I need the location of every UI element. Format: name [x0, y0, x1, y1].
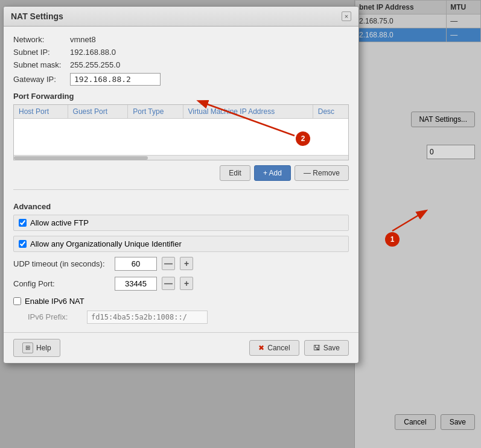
config-port-row: Config Port: — + [13, 277, 349, 291]
gateway-ip-label: Gateway IP: [13, 75, 68, 84]
allow-oui-checkbox[interactable] [19, 240, 27, 248]
badge-1: 1 [385, 232, 400, 247]
badge-1-label: 1 [390, 235, 395, 244]
edit-button[interactable]: Edit [220, 165, 250, 181]
port-forwarding-table: Host Port Guest Port Port Type Virtual M… [14, 105, 348, 155]
port-forwarding-title: Port Forwarding [13, 92, 349, 101]
config-port-decrease-button[interactable]: — [162, 277, 175, 290]
udp-timeout-row: UDP timeout (in seconds): — + [13, 257, 349, 271]
pf-col-desc: Desc [313, 105, 348, 119]
nat-settings-dialog: NAT Settings × Network: vmnet8 Subnet IP… [3, 6, 359, 364]
port-forwarding-buttons: Edit + Add — Remove [13, 165, 349, 181]
subnet-ip-row: Subnet IP: 192.168.88.0 [13, 48, 349, 57]
subnet-mask-row: Subnet mask: 255.255.255.0 [13, 60, 349, 69]
allow-oui-row[interactable]: Allow any Organizationally Unique Identi… [13, 236, 349, 252]
enable-ipv6-label: Enable IPv6 NAT [25, 297, 84, 306]
footer-right-buttons: ✖ Cancel 🖫 Save [249, 340, 349, 356]
allow-ftp-row[interactable]: Allow active FTP [13, 215, 349, 231]
dialog-title: NAT Settings [11, 11, 63, 21]
cancel-x-icon: ✖ [258, 344, 264, 352]
save-label: Save [323, 344, 340, 352]
remove-button[interactable]: — Remove [295, 165, 349, 181]
subnet-ip-label: Subnet IP: [13, 48, 68, 57]
save-button[interactable]: 🖫 Save [304, 340, 349, 356]
pf-scrollbar-thumb [14, 156, 148, 160]
ipv6-prefix-row: IPv6 Prefix: [13, 311, 349, 324]
allow-oui-label: Allow any Organizationally Unique Identi… [30, 239, 182, 248]
add-button[interactable]: + Add [254, 165, 291, 181]
cancel-label: Cancel [267, 344, 290, 352]
ipv6-prefix-label: IPv6 Prefix: [28, 312, 82, 321]
gateway-ip-row: Gateway IP: [13, 73, 349, 86]
badge-2: 2 [296, 131, 310, 146]
help-icon: ⊞ [22, 342, 33, 353]
udp-timeout-decrease-button[interactable]: — [162, 257, 175, 270]
udp-timeout-input[interactable] [115, 257, 157, 271]
allow-ftp-label: Allow active FTP [30, 218, 89, 227]
help-button[interactable]: ⊞ Help [13, 339, 60, 357]
config-port-increase-button[interactable]: + [180, 277, 193, 290]
enable-ipv6-checkbox[interactable] [13, 297, 21, 305]
dialog-footer: ⊞ Help ✖ Cancel 🖫 Save [4, 332, 358, 363]
pf-table-scrollbar[interactable] [14, 155, 348, 160]
udp-timeout-label: UDP timeout (in seconds): [13, 259, 110, 268]
gateway-ip-input[interactable] [70, 73, 161, 86]
udp-timeout-increase-button[interactable]: + [180, 257, 193, 270]
advanced-section: Advanced Allow active FTP Allow any Orga… [13, 189, 349, 324]
pf-col-guest-port: Guest Port [68, 105, 128, 119]
network-row: Network: vmnet8 [13, 35, 349, 44]
network-label: Network: [13, 35, 68, 44]
pf-col-vm-ip: Virtual Machine IP Address [183, 105, 313, 119]
dialog-body: Network: vmnet8 Subnet IP: 192.168.88.0 … [4, 27, 358, 332]
pf-col-port-type: Port Type [128, 105, 183, 119]
save-disk-icon: 🖫 [313, 344, 320, 352]
allow-ftp-checkbox[interactable] [19, 219, 27, 227]
advanced-title: Advanced [13, 202, 349, 211]
dialog-close-button[interactable]: × [342, 11, 351, 21]
config-port-input[interactable] [115, 277, 157, 291]
enable-ipv6-row[interactable]: Enable IPv6 NAT [13, 297, 349, 306]
badge-2-label: 2 [301, 134, 305, 143]
ipv6-prefix-input [87, 311, 208, 324]
cancel-button[interactable]: ✖ Cancel [249, 340, 299, 356]
pf-col-host-port: Host Port [14, 105, 68, 119]
network-value: vmnet8 [70, 35, 96, 44]
subnet-mask-label: Subnet mask: [13, 60, 68, 69]
subnet-mask-value: 255.255.255.0 [70, 60, 120, 69]
config-port-label: Config Port: [13, 279, 110, 288]
dialog-titlebar: NAT Settings × [4, 7, 358, 27]
subnet-ip-value: 192.168.88.0 [70, 48, 116, 57]
help-label: Help [36, 344, 51, 352]
